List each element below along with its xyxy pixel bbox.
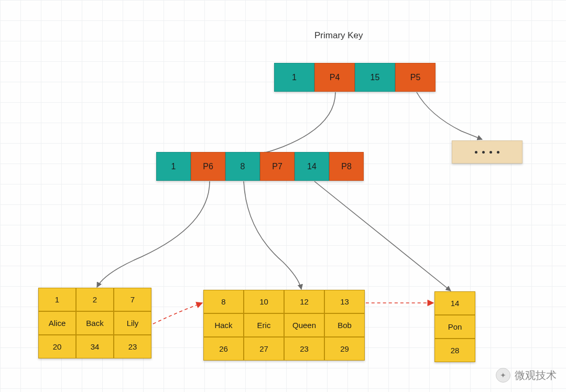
- internal-node: 1 P6 8 P7 14 P8: [156, 152, 364, 181]
- dot: [482, 151, 485, 154]
- internal-pointer: P7: [260, 152, 295, 181]
- leaf-cell: 26: [203, 337, 244, 361]
- dot: [475, 151, 477, 154]
- leaf-node-1: 1 2 7 Alice Back Lily 20 34 23: [38, 288, 151, 358]
- leaf-cell: 34: [76, 335, 114, 358]
- wechat-icon: ✦: [496, 368, 510, 383]
- dot: [489, 151, 492, 154]
- internal-pointer: P6: [191, 152, 225, 181]
- leaf-cell: Alice: [38, 311, 76, 335]
- leaf-cell: 8: [203, 290, 244, 313]
- root-pointer: P5: [395, 63, 436, 92]
- leaf-cell: 2: [76, 288, 114, 311]
- internal-pointer: P8: [329, 152, 364, 181]
- leaf-cell: Pon: [434, 315, 475, 339]
- leaf-cell: 20: [38, 335, 76, 358]
- leaf-cell: 1: [38, 288, 76, 311]
- diagram-title: Primary Key: [314, 30, 363, 41]
- ellipsis-node: [452, 140, 523, 164]
- internal-key: 1: [156, 152, 191, 181]
- leaf-cell: Eric: [244, 313, 284, 337]
- leaf-cell: 23: [114, 335, 151, 358]
- root-pointer: P4: [314, 63, 355, 92]
- leaf-cell: 28: [434, 339, 475, 362]
- root-key: 15: [355, 63, 395, 92]
- leaf-cell: 13: [324, 290, 365, 313]
- root-node: 1 P4 15 P5: [274, 63, 436, 92]
- leaf-cell: 27: [244, 337, 284, 361]
- leaf-cell: Queen: [284, 313, 324, 337]
- watermark-text: 微观技术: [515, 368, 557, 383]
- leaf-cell: Lily: [114, 311, 151, 335]
- watermark: ✦ 微观技术: [496, 368, 557, 383]
- leaf-cell: 14: [434, 291, 475, 315]
- leaf-cell: 7: [114, 288, 151, 311]
- leaf-cell: 29: [324, 337, 365, 361]
- leaf-cell: 10: [244, 290, 284, 313]
- leaf-cell: Back: [76, 311, 114, 335]
- leaf-cell: 12: [284, 290, 324, 313]
- leaf-cell: Bob: [324, 313, 365, 337]
- leaf-node-2: 8 10 12 13 Hack Eric Queen Bob 26 27 23 …: [203, 290, 365, 361]
- leaf-node-3: 14 Pon 28: [434, 291, 475, 362]
- root-key: 1: [274, 63, 314, 92]
- dot: [497, 151, 499, 154]
- leaf-cell: Hack: [203, 313, 244, 337]
- leaf-cell: 23: [284, 337, 324, 361]
- internal-key: 8: [225, 152, 260, 181]
- internal-key: 14: [295, 152, 329, 181]
